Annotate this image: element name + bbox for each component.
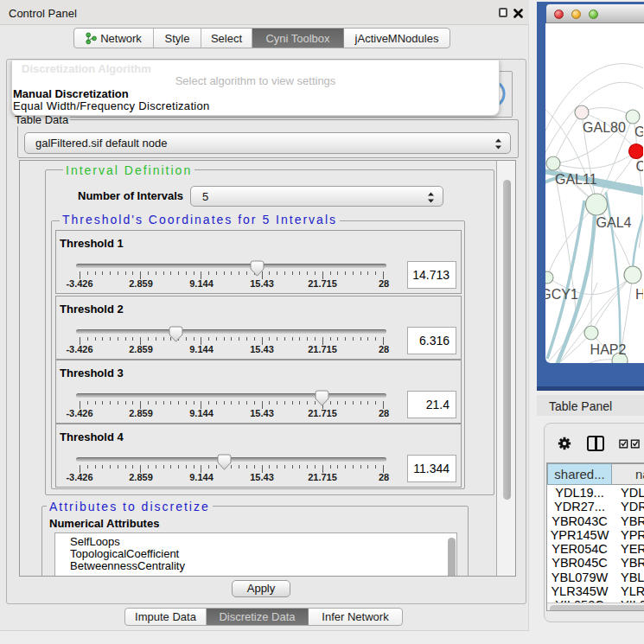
svg-text:GAL4: GAL4 bbox=[596, 215, 632, 230]
svg-text:GCY1: GCY1 bbox=[545, 287, 578, 302]
svg-text:HAP2: HAP2 bbox=[590, 342, 627, 357]
svg-text:GAL80: GAL80 bbox=[583, 120, 626, 135]
svg-text:GAL11: GAL11 bbox=[555, 172, 597, 187]
svg-text:CD: CD bbox=[636, 159, 644, 174]
svg-text:GAL1: GAL1 bbox=[634, 124, 643, 139]
svg-text:HA: HA bbox=[635, 287, 643, 302]
